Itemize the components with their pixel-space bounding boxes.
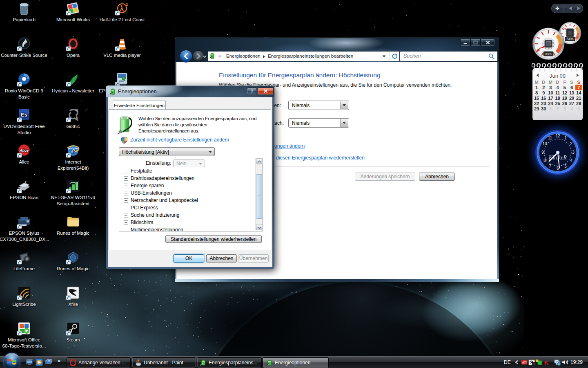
svg-text:2: 2 (570, 141, 572, 146)
svg-text:11: 11 (548, 136, 552, 140)
svg-text:1: 1 (564, 136, 567, 140)
svg-text:12: 12 (555, 134, 560, 138)
svg-text:3: 3 (572, 150, 575, 155)
svg-text:4: 4 (570, 158, 572, 163)
svg-text:8: 8 (543, 158, 546, 163)
svg-text:7: 7 (549, 164, 551, 168)
svg-text:9: 9 (541, 150, 544, 155)
svg-text:e: e (71, 146, 75, 155)
svg-text:03%: 03% (545, 52, 552, 56)
svg-text:Es: Es (21, 112, 27, 118)
svg-text:5: 5 (564, 164, 567, 168)
svg-text:34%: 34% (566, 37, 573, 41)
svg-text:10: 10 (542, 141, 547, 146)
svg-text:Alice: Alice (19, 148, 29, 153)
svg-text:6: 6 (557, 166, 559, 171)
svg-text:K: K (544, 359, 549, 366)
svg-text:2: 2 (126, 2, 128, 7)
svg-text:ATI: ATI (522, 361, 527, 364)
